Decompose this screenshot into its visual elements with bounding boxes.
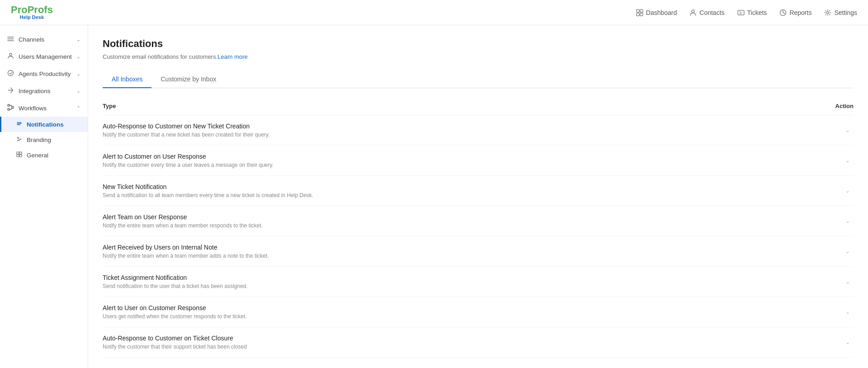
notification-info: Alert to User on Customer Response Users… (103, 304, 842, 320)
notification-row: Auto-Response to Customer on Ticket Clos… (103, 327, 854, 358)
productivity-icon (7, 70, 14, 78)
sidebar-item-workflows[interactable]: Workflows ⌃ (0, 99, 88, 117)
notification-info: Ticket Assignment Notification Send noti… (103, 274, 842, 289)
notification-row: Alert to Customer on User Response Notif… (103, 146, 854, 176)
notification-row: Alert to User on Customer Response Users… (103, 297, 854, 327)
notification-title: Ticket Assignment Notification (103, 274, 842, 281)
svg-rect-14 (17, 152, 19, 154)
sidebar-item-agents-productivity[interactable]: Agents Productivity ⌄ (0, 65, 88, 82)
logo: ProProfs Help Desk (11, 5, 53, 20)
contacts-icon (689, 9, 697, 16)
svg-rect-0 (637, 9, 639, 12)
svg-rect-17 (19, 155, 22, 157)
nav-settings[interactable]: Settings (824, 9, 857, 16)
notification-title: New Ticket Notification (103, 183, 842, 190)
notification-row: Auto-Response to Customer on New Ticket … (103, 115, 854, 146)
notification-info: New Ticket Notification Send a notificat… (103, 183, 842, 198)
chevron-down-icon[interactable]: ⌄ (842, 337, 854, 347)
notification-desc: Send notification to the user that a tic… (103, 283, 842, 289)
notification-desc: Send a notification to all team members … (103, 192, 842, 198)
nav-dashboard[interactable]: Dashboard (636, 9, 677, 16)
tab-all-inboxes[interactable]: All Inboxes (103, 71, 151, 88)
sidebar: Channels ⌄ Users Management ⌄ Agents Pro… (0, 25, 88, 368)
notification-title: Auto-Response to Customer on Ticket Clos… (103, 335, 842, 342)
channels-icon (7, 35, 14, 43)
sidebar-item-channels[interactable]: Channels ⌄ (0, 31, 88, 48)
sidebar-item-users-management[interactable]: Users Management ⌄ (0, 48, 88, 65)
notification-info: Alert Team on User Response Notify the e… (103, 213, 842, 229)
notification-row: New Ticket Notification Send a notificat… (103, 176, 854, 206)
learn-more-link[interactable]: Learn more (217, 53, 247, 60)
table-header: Type Action (103, 99, 854, 115)
nav-settings-label: Settings (834, 9, 857, 16)
svg-rect-1 (640, 9, 643, 12)
svg-point-8 (9, 53, 12, 56)
notification-title: Alert to Customer on User Response (103, 153, 842, 160)
chevron-down-icon[interactable]: ⌄ (842, 156, 854, 165)
notification-desc: Users get notified when the customer res… (103, 313, 842, 320)
svg-point-13 (18, 137, 19, 139)
sidebar-users-label: Users Management (19, 53, 72, 60)
notification-info: Alert Received by Users on Internal Note… (103, 244, 842, 259)
sidebar-integrations-label: Integrations (19, 88, 51, 94)
notification-desc: Notify the customer that their support t… (103, 344, 842, 350)
chevron-down-icon[interactable]: ⌄ (842, 246, 854, 256)
notification-desc: Notify the entire team when a team membe… (103, 253, 842, 259)
sidebar-channels-label: Channels (19, 36, 44, 43)
notification-title: Alert to User on Customer Response (103, 304, 842, 311)
chevron-down-icon: ⌄ (76, 71, 80, 77)
notifications-icon (16, 121, 22, 128)
notification-title: Alert Received by Users on Internal Note (103, 244, 842, 251)
sidebar-item-integrations[interactable]: Integrations ⌄ (0, 82, 88, 99)
sidebar-sub-item-notifications[interactable]: Notifications (0, 117, 88, 132)
svg-point-9 (8, 71, 14, 76)
tabs-container: All Inboxes Customize by Inbox (103, 71, 854, 88)
notifications-list: Auto-Response to Customer on New Ticket … (103, 115, 854, 358)
sidebar-general-label: General (27, 152, 48, 159)
chevron-down-icon[interactable]: ⌄ (842, 307, 854, 317)
notification-desc: Notify the customer that a new ticket ha… (103, 132, 842, 138)
notification-row: Alert Received by Users on Internal Note… (103, 236, 854, 267)
chevron-down-icon[interactable]: ⌄ (842, 277, 854, 287)
page-title: Notifications (103, 38, 854, 50)
sidebar-sub-item-general[interactable]: General (0, 147, 88, 163)
sidebar-sub-item-branding[interactable]: Branding (0, 132, 88, 147)
nav-reports[interactable]: Reports (779, 9, 811, 16)
notification-title: Alert Team on User Response (103, 213, 842, 221)
col-action-header: Action (835, 103, 854, 109)
svg-point-7 (827, 11, 829, 14)
nav-tickets[interactable]: Tickets (737, 9, 767, 16)
notification-row: Ticket Assignment Notification Send noti… (103, 267, 854, 297)
top-nav: Dashboard Contacts Tickets Reports Setti… (636, 9, 857, 16)
main-content: Notifications Customize email notificati… (88, 25, 868, 368)
notification-title: Auto-Response to Customer on New Ticket … (103, 123, 842, 130)
dashboard-icon (636, 9, 643, 16)
logo-subtitle: Help Desk (11, 15, 53, 20)
integrations-icon (7, 87, 14, 95)
svg-rect-16 (17, 155, 19, 157)
sidebar-branding-label: Branding (27, 137, 51, 143)
reports-icon (779, 9, 787, 16)
chevron-down-icon[interactable]: ⌄ (842, 125, 854, 135)
notification-row: Alert Team on User Response Notify the e… (103, 206, 854, 236)
logo-name: ProProfs (11, 5, 53, 15)
nav-contacts[interactable]: Contacts (689, 9, 724, 16)
workflows-icon (7, 104, 14, 112)
col-type-header: Type (103, 103, 116, 109)
sidebar-notifications-label: Notifications (27, 121, 64, 128)
svg-rect-12 (12, 107, 14, 109)
notification-desc: Notify the entire team when a team membe… (103, 222, 842, 229)
chevron-down-icon: ⌄ (76, 88, 80, 94)
sidebar-workflows-label: Workflows (19, 105, 47, 112)
chevron-down-icon: ⌄ (76, 37, 80, 42)
tab-customize-by-inbox[interactable]: Customize by Inbox (151, 71, 225, 88)
svg-rect-3 (640, 13, 643, 16)
chevron-down-icon[interactable]: ⌄ (842, 216, 854, 226)
settings-icon (824, 9, 831, 16)
sidebar-productivity-label: Agents Productivity (19, 71, 71, 77)
nav-reports-label: Reports (789, 9, 811, 16)
chevron-down-icon[interactable]: ⌄ (842, 186, 854, 196)
chevron-down-icon: ⌄ (76, 54, 80, 60)
svg-point-4 (692, 10, 694, 13)
page-subtitle: Customize email notifications for custom… (103, 53, 854, 60)
